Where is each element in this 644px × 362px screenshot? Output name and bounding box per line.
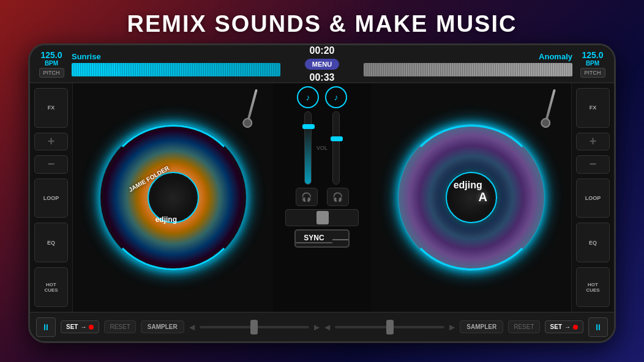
left-sampler-button[interactable]: SAMPLER: [141, 320, 184, 333]
vol-label: VOL: [316, 145, 328, 151]
left-pitch-slider[interactable]: [200, 326, 309, 328]
wbar: [81, 65, 83, 75]
right-pitch-thumb: [386, 320, 394, 334]
left-fader[interactable]: [304, 111, 312, 185]
right-pitch-track: [335, 326, 444, 328]
wbar: [72, 70, 73, 75]
left-pitch-thumb: [250, 320, 258, 334]
left-hot-cues-button[interactable]: HOT CUES: [34, 267, 68, 307]
left-minus-button[interactable]: −: [34, 155, 68, 173]
center-controls: 00:20 MENU 00:33: [285, 45, 359, 83]
left-waveform-bars: [72, 63, 280, 75]
left-panel: FX + − LOOP EQ HOT CUES: [30, 83, 73, 312]
left-headphone-button[interactable]: 🎧: [296, 188, 318, 206]
right-fx-button[interactable]: FX: [576, 88, 610, 128]
left-plus-button[interactable]: +: [34, 133, 68, 150]
left-bpm-area: 125.0 BPM PITCH: [36, 50, 67, 78]
left-set-label: SET: [66, 323, 78, 330]
wbar: [99, 65, 100, 75]
wbar: [74, 67, 76, 75]
wbar: [91, 66, 93, 75]
right-pitch-arrow-right[interactable]: ▶: [449, 323, 455, 331]
right-turntable[interactable]: edjing A: [398, 124, 545, 271]
wbar: [103, 64, 105, 75]
left-arrow-icon: →: [80, 323, 86, 330]
left-eq-button[interactable]: EQ: [34, 223, 68, 262]
wbar: [111, 67, 113, 75]
left-pause-button[interactable]: ⏸: [36, 317, 56, 337]
left-tonearm: [247, 89, 258, 122]
wbar: [96, 68, 98, 75]
right-tonearm: [545, 89, 556, 122]
left-fader-fill: [305, 127, 311, 184]
right-plus-button[interactable]: +: [576, 133, 610, 150]
left-pitch-button[interactable]: PITCH: [39, 68, 64, 78]
right-turntable-letter: A: [479, 190, 487, 204]
right-set-button[interactable]: SET →: [545, 320, 583, 333]
left-reset-button[interactable]: RESET: [104, 320, 135, 333]
left-turntable-sublabel: edjing: [155, 215, 177, 224]
mixer-icon-row: ♪ ♪: [297, 86, 347, 108]
wbar: [84, 68, 86, 75]
right-fader[interactable]: [332, 111, 340, 185]
left-play-icon[interactable]: ♪: [297, 86, 319, 108]
right-eq-button[interactable]: EQ: [576, 223, 610, 262]
left-tonearm-head: [241, 117, 253, 129]
right-turntable-area: edjing A: [371, 83, 571, 312]
right-play-icon[interactable]: ♪: [325, 86, 347, 108]
left-pitch-arrow-left[interactable]: ◀: [189, 323, 195, 331]
right-set-label: SET: [550, 323, 562, 330]
mixer-faders-row: VOL: [304, 111, 340, 185]
title-bar: REMIX SOUNDS & MAKE MUSIC: [0, 0, 644, 43]
right-loop-button[interactable]: LOOP: [576, 179, 610, 218]
left-bpm-label: BPM: [45, 60, 58, 67]
wbar: [116, 71, 118, 75]
left-turntable-area: JAMIE FOLDER edjing: [73, 83, 273, 312]
right-headphone-button[interactable]: 🎧: [327, 188, 349, 206]
wbar: [86, 63, 88, 75]
bottom-bar: ⏸ SET → RESET SAMPLER ◀ ▶ ◀ ▶ SAMPLER RE…: [30, 312, 614, 341]
right-time-display: 00:33: [310, 72, 335, 83]
wbar: [89, 70, 91, 75]
right-pitch-slider[interactable]: [335, 326, 444, 328]
left-turntable[interactable]: JAMIE FOLDER edjing: [100, 124, 247, 271]
right-bpm-value: 125.0: [582, 50, 603, 60]
headphone-row: 🎧 🎧: [296, 188, 349, 206]
right-fader-handle: [331, 136, 343, 141]
left-track-info: Sunrise: [72, 52, 280, 76]
sync-btn-inner: SYNC: [296, 234, 332, 243]
right-reset-button[interactable]: RESET: [508, 320, 539, 333]
menu-button[interactable]: MENU: [305, 59, 339, 70]
right-hot-cues-button[interactable]: HOT CUES: [576, 267, 610, 307]
wbar: [118, 66, 120, 75]
right-neon-ring: [399, 125, 544, 270]
left-bpm-value: 125.0: [40, 50, 62, 60]
left-waveform: [72, 63, 280, 76]
right-minus-button[interactable]: −: [576, 155, 610, 173]
left-pitch-arrow-right[interactable]: ▶: [314, 323, 320, 331]
vol-label-area: VOL: [316, 145, 328, 151]
crossfader-handle: [316, 211, 329, 224]
wbar: [101, 67, 103, 75]
right-sampler-button[interactable]: SAMPLER: [460, 320, 503, 333]
top-bar: 125.0 BPM PITCH Sunrise: [30, 45, 614, 83]
device-frame: 125.0 BPM PITCH Sunrise: [28, 43, 616, 343]
left-loop-button[interactable]: LOOP: [34, 179, 68, 218]
crossfader[interactable]: [285, 209, 359, 226]
center-mixer: ♪ ♪ VOL 🎧 🎧: [273, 83, 371, 312]
left-time-display: 00:20: [310, 45, 335, 56]
sync-wrapper: SYNC: [294, 229, 350, 248]
right-bpm-label: BPM: [586, 60, 599, 67]
right-turntable-label: edjing: [454, 180, 482, 191]
right-set-dot: [573, 325, 578, 330]
left-set-dot: [89, 325, 94, 330]
sync-button[interactable]: SYNC: [294, 229, 350, 248]
right-pitch-button[interactable]: PITCH: [580, 68, 605, 78]
left-track-name: Sunrise: [72, 52, 280, 61]
wbar: [94, 64, 95, 75]
left-set-button[interactable]: SET →: [61, 320, 99, 333]
right-pause-button[interactable]: ⏸: [588, 317, 608, 337]
right-pitch-arrow-left[interactable]: ◀: [324, 323, 330, 331]
left-fx-button[interactable]: FX: [34, 88, 68, 128]
right-track-info: Anomaly: [364, 52, 572, 76]
